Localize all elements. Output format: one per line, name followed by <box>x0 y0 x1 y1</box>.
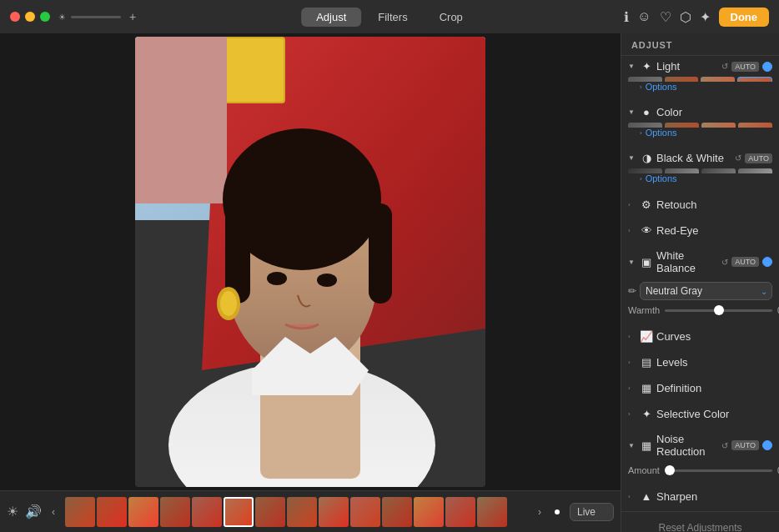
wb-toggle[interactable] <box>762 257 772 267</box>
filmstrip-thumb[interactable] <box>414 497 444 527</box>
filmstrip-thumb[interactable] <box>287 497 317 527</box>
light-reset-icon[interactable]: ↺ <box>721 62 728 71</box>
wb-reset-icon[interactable]: ↺ <box>721 258 728 267</box>
current-indicator <box>555 509 560 514</box>
bw-label: Black & White <box>656 152 731 164</box>
section-selective-color[interactable]: › ✦ Selective Color <box>621 403 779 425</box>
filmstrip-thumb[interactable] <box>350 497 380 527</box>
filmstrip-thumb[interactable] <box>445 497 475 527</box>
levels-label: Levels <box>656 356 772 369</box>
magic-icon[interactable]: ✦ <box>700 9 711 25</box>
share-icon[interactable]: ⬡ <box>680 9 691 25</box>
color-icon: ● <box>640 106 653 118</box>
emoji-icon[interactable]: ☺ <box>637 9 651 24</box>
section-curves[interactable]: › 📈 Curves <box>621 325 779 348</box>
reset-adjustments-button[interactable]: Reset Adjustments <box>631 519 769 532</box>
filmstrip-thumb[interactable] <box>192 497 222 527</box>
filmstrip-prev[interactable]: ‹ <box>48 504 58 519</box>
section-retouch[interactable]: › ⚙ Retouch <box>621 193 779 216</box>
section-redeye[interactable]: › 👁 Red-Eye <box>621 219 779 242</box>
tab-adjust[interactable]: Adjust <box>301 8 361 27</box>
section-definition[interactable]: › ▦ Definition <box>621 377 779 399</box>
wb-expanded: ✏ Neutral Gray ⌄ Warmth 0 <box>621 279 779 322</box>
curves-label: Curves <box>656 330 772 343</box>
eyedropper-icon[interactable]: ✏ <box>628 285 636 297</box>
chevron-right-icon: › <box>628 227 636 234</box>
bw-thumb[interactable] <box>628 168 662 173</box>
minimize-button[interactable] <box>25 12 35 22</box>
tab-filters[interactable]: Filters <box>363 8 422 27</box>
section-color-header[interactable]: ▼ ● Color <box>621 102 779 123</box>
panel-footer: Reset Adjustments <box>621 511 779 532</box>
light-options-label: Options <box>646 82 677 92</box>
bw-icon: ◑ <box>640 152 653 164</box>
nr-actions: ↺ AUTO <box>721 440 772 450</box>
nr-toggle[interactable] <box>762 440 772 450</box>
curves-icon: 📈 <box>640 330 653 343</box>
bw-thumb[interactable] <box>665 168 699 173</box>
color-options[interactable]: › Options <box>621 128 779 144</box>
bw-thumb[interactable] <box>701 168 736 173</box>
light-auto-badge[interactable]: AUTO <box>731 62 759 72</box>
right-panel: ADJUST ▼ ✦ Light ↺ AUTO › Options ▼ ● <box>621 33 779 532</box>
close-button[interactable] <box>10 12 20 22</box>
amount-slider[interactable] <box>665 469 772 472</box>
light-options[interactable]: › Options <box>621 82 779 98</box>
bw-auto-badge[interactable]: AUTO <box>745 153 772 163</box>
light-toggle[interactable] <box>762 62 772 72</box>
section-nr-header[interactable]: ▼ ▦ Noise Reduction ↺ AUTO <box>621 429 779 462</box>
filmstrip-thumbs <box>65 497 528 527</box>
section-bw-header[interactable]: ▼ ◑ Black & White ↺ AUTO <box>621 148 779 168</box>
bw-reset-icon[interactable]: ↺ <box>735 153 741 163</box>
color-label: Color <box>656 106 772 118</box>
filmstrip-next[interactable]: › <box>535 504 545 519</box>
section-light-header[interactable]: ▼ ✦ Light ↺ AUTO <box>621 56 779 77</box>
add-button[interactable]: + <box>129 10 136 23</box>
panel-header: ADJUST <box>621 33 779 56</box>
volume-icon[interactable]: 🔊 <box>25 504 42 519</box>
chevron-right-icon: › <box>628 493 636 500</box>
maximize-button[interactable] <box>40 12 50 22</box>
filmstrip-thumb[interactable] <box>477 497 507 527</box>
options-chevron-icon: › <box>640 129 642 137</box>
filmstrip-thumb[interactable] <box>128 497 158 527</box>
bw-thumb[interactable] <box>738 168 772 173</box>
chevron-down-icon: ▼ <box>628 154 636 162</box>
options-chevron-icon: › <box>640 175 642 183</box>
options-chevron-icon: › <box>640 83 642 91</box>
light-label: Light <box>656 60 718 73</box>
tab-crop[interactable]: Crop <box>425 8 478 27</box>
filmstrip-thumb[interactable] <box>65 497 95 527</box>
amount-row: Amount 0.00 <box>628 465 772 475</box>
chevron-right-icon: › <box>628 384 636 392</box>
filmstrip-thumb[interactable] <box>160 497 190 527</box>
nr-auto-badge[interactable]: AUTO <box>731 440 759 450</box>
titlebar: ☀ + Adjust Filters Crop ℹ ☺ ♡ ⬡ ✦ Done <box>0 0 779 33</box>
warmth-slider[interactable] <box>665 309 772 312</box>
filmstrip-thumb-selected[interactable] <box>224 497 254 527</box>
chevron-down-icon: ▼ <box>628 442 636 449</box>
photo-area: ☀ 🔊 ‹ › <box>0 33 621 532</box>
nr-reset-icon[interactable]: ↺ <box>721 441 728 450</box>
info-icon[interactable]: ℹ <box>624 9 629 25</box>
section-wb-header[interactable]: ▼ ▣ White Balance ↺ AUTO <box>621 245 779 279</box>
live-select[interactable]: Live <box>570 503 614 521</box>
section-sharpen[interactable]: › ▲ Sharpen <box>621 485 779 508</box>
wb-select-row: ✏ Neutral Gray ⌄ <box>628 282 772 300</box>
svg-point-13 <box>317 274 337 287</box>
filmstrip-thumb[interactable] <box>382 497 412 527</box>
filmstrip-thumb[interactable] <box>319 497 349 527</box>
section-levels[interactable]: › ▤ Levels <box>621 351 779 374</box>
tab-group: Adjust Filters Crop <box>301 8 478 27</box>
sun-icon[interactable]: ☀ <box>7 504 18 519</box>
wb-label: White Balance <box>656 249 718 274</box>
wb-select[interactable]: Neutral Gray <box>640 282 772 300</box>
bw-options[interactable]: › Options <box>621 173 779 190</box>
filmstrip-thumb[interactable] <box>97 497 127 527</box>
amount-label: Amount <box>628 465 660 475</box>
chevron-right-icon: › <box>628 201 636 208</box>
heart-icon[interactable]: ♡ <box>660 9 671 25</box>
filmstrip-thumb[interactable] <box>255 497 285 527</box>
wb-auto-badge[interactable]: AUTO <box>731 257 759 267</box>
done-button[interactable]: Done <box>719 8 770 27</box>
